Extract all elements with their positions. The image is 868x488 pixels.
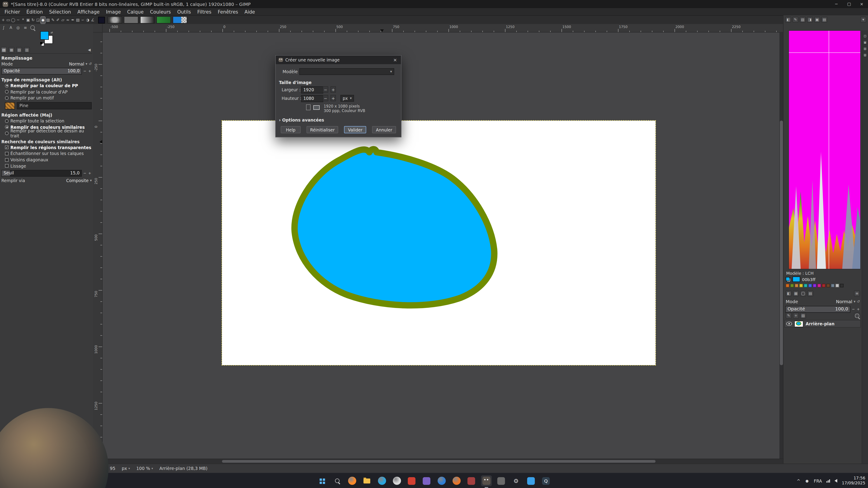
option-remplir-par-la-couleur-de-pp[interactable]: Remplir par la couleur de PP <box>1 83 92 89</box>
palette-preview[interactable] <box>156 16 171 24</box>
hidden-icons-icon[interactable]: ● <box>805 479 809 483</box>
close-button[interactable]: × <box>855 0 868 8</box>
layer-mode-value[interactable]: Normal <box>836 299 852 304</box>
fg-bg-color-tab[interactable]: ◧ <box>785 17 791 23</box>
lch-color-plane[interactable] <box>788 30 861 269</box>
checkbox-icon[interactable] <box>5 158 8 162</box>
current-color-swatch[interactable] <box>793 276 800 282</box>
horizontal-scrollbar[interactable] <box>93 459 783 464</box>
mode-row[interactable]: Mode Normal ▾ ↺ <box>1 61 92 67</box>
option-voisins-diagonaux[interactable]: Voisins diagonaux <box>1 157 92 163</box>
lock-pixels-icon[interactable]: ✎ <box>786 313 792 319</box>
tool-fuzzy-select[interactable]: * <box>21 17 25 23</box>
tool-airbrush[interactable]: ≈ <box>66 17 70 23</box>
taskbar-icon-start[interactable] <box>317 475 328 486</box>
menu-item-calque[interactable]: Calque <box>124 8 147 15</box>
tray-chevron-icon[interactable]: ^ <box>797 478 800 483</box>
device-status-tab[interactable]: ▦ <box>8 47 14 53</box>
gimp-picker-tab[interactable]: ◧ <box>786 291 792 296</box>
fill-via-row[interactable]: Remplir via Composite ▾ <box>1 177 92 184</box>
radio-icon[interactable] <box>5 90 8 94</box>
history-tab[interactable]: ▤ <box>822 17 827 23</box>
tool-gradient[interactable]: ▨ <box>46 17 50 23</box>
tool-rectangle-select[interactable]: ▭ <box>6 17 10 23</box>
fonts-tab[interactable]: ▣ <box>814 17 820 23</box>
palette-color-11[interactable] <box>831 284 835 287</box>
palette-color-2[interactable] <box>790 284 794 287</box>
mode-value[interactable]: Normal <box>69 61 84 66</box>
chevron-down-icon[interactable]: ▾ <box>854 300 856 304</box>
menu-item-image[interactable]: Image <box>103 8 124 15</box>
fill-via-value[interactable]: Composite <box>66 178 89 183</box>
palette-color-3[interactable] <box>795 284 798 287</box>
threshold-decrease-button[interactable]: − <box>83 171 87 176</box>
lock-alpha-icon[interactable]: ▨ <box>800 313 806 319</box>
palette-color-9[interactable] <box>822 284 826 287</box>
palette-color-12[interactable] <box>835 284 839 287</box>
radio-icon[interactable] <box>5 119 8 123</box>
tool-bucket-fill[interactable]: ◆ <box>41 17 45 23</box>
opacity-slider[interactable]: Opacité 100,0 <box>1 68 82 74</box>
palette-color-1[interactable] <box>786 284 789 287</box>
default-colors-icon[interactable] <box>40 42 42 44</box>
undo-history-tab[interactable]: ▧ <box>16 47 22 53</box>
minimize-button[interactable]: ─ <box>830 0 843 8</box>
taskbar-icon-app-q[interactable]: Q <box>540 475 551 486</box>
foreground-color-swatch[interactable] <box>40 31 49 40</box>
mode-reset-icon[interactable]: ↺ <box>89 62 92 66</box>
width-input[interactable]: 1920 <box>301 86 323 94</box>
menu-item-aide[interactable]: Aide <box>241 8 258 15</box>
layer-mode-row[interactable]: Mode Normal ▾ ↺ <box>786 299 860 304</box>
ruler-corner-button[interactable] <box>93 24 103 33</box>
taskbar-icon-app-light[interactable] <box>391 475 402 486</box>
option-remplir-par-detection-de-dessin-au-trait[interactable]: Remplir par détection de dessin au trait <box>1 130 92 136</box>
height-increase-button[interactable]: + <box>331 95 336 101</box>
checkbox-icon[interactable] <box>5 152 8 156</box>
taskbar-icon-settings[interactable]: ⚙ <box>510 475 522 486</box>
fg-bg-color-widget[interactable]: ⇄ <box>40 31 53 44</box>
chevron-down-icon[interactable]: ▾ <box>86 62 88 66</box>
annuler-button[interactable]: Annuler <box>372 126 396 133</box>
vertical-ruler[interactable]: -250025050075010001250 <box>93 33 103 459</box>
option-echantillonner-sur-tous-les-calques[interactable]: Échantillonner sur tous les calques <box>1 151 92 157</box>
dock-tab-1[interactable]: ▢ <box>863 34 867 38</box>
palette-picker-tab[interactable]: ▤ <box>807 291 813 296</box>
tool-eraser[interactable]: ▱ <box>61 17 65 23</box>
zoom-dropdown[interactable]: 100 % ▾ <box>136 466 153 471</box>
option-remplir-les-regions-transparentes[interactable]: ✓Remplir les régions transparentes <box>1 144 92 151</box>
tool-crop[interactable]: ▣ <box>26 17 30 23</box>
mode-switch-icon[interactable]: ↺ <box>857 300 860 304</box>
layer-visibility-eye-icon[interactable] <box>786 322 792 326</box>
scales-picker-tab[interactable]: ≡ <box>854 291 860 296</box>
tool-paintbrush[interactable]: ✐ <box>56 17 60 23</box>
checkbox-icon[interactable] <box>5 164 8 168</box>
width-increase-button[interactable]: + <box>331 86 336 93</box>
lock-position-icon[interactable]: + <box>793 313 799 319</box>
color-hex-value[interactable]: 00b3ff <box>802 277 815 282</box>
swap-colors-icon[interactable]: ⇄ <box>51 31 53 34</box>
taskbar-icon-gimp[interactable] <box>481 475 492 486</box>
mini-fg-bg-icon[interactable] <box>786 277 791 282</box>
menu-item-edition[interactable]: Édition <box>23 8 46 15</box>
taskbar-clock[interactable]: 17:56 17/09/2025 <box>842 476 865 486</box>
layer-opacity-decrease-button[interactable]: − <box>851 307 855 312</box>
option-remplir-toute-la-selection[interactable]: Remplir toute la sélection <box>1 118 92 124</box>
taskbar-icon-app-blue[interactable] <box>436 475 447 486</box>
threshold-slider[interactable]: Seuil 15,0 <box>1 170 82 177</box>
layer-item-background[interactable]: Arrière-plan <box>784 320 861 328</box>
palette-color-6[interactable] <box>808 284 812 287</box>
brush-color-chip[interactable] <box>98 17 105 23</box>
option-remplir-par-la-couleur-d-ap[interactable]: Remplir par la couleur d'AP <box>1 89 92 95</box>
palette-color-4[interactable] <box>799 284 803 287</box>
layers-search-icon[interactable] <box>854 313 860 319</box>
menu-item-affichage[interactable]: Affichage <box>74 8 103 15</box>
active-image-preview[interactable] <box>173 16 187 24</box>
tool-align[interactable]: ≡ <box>23 24 28 31</box>
tool-clone[interactable]: ▤ <box>75 17 80 23</box>
maximize-button[interactable]: ▢ <box>843 0 855 8</box>
dialog-titlebar[interactable]: Créer une nouvelle image × <box>276 56 401 64</box>
taskbar-icon-app-orange[interactable] <box>451 475 462 486</box>
radio-icon[interactable] <box>5 84 8 88</box>
pattern-preview[interactable] <box>124 16 138 24</box>
pattern-swatch[interactable] <box>5 102 15 109</box>
